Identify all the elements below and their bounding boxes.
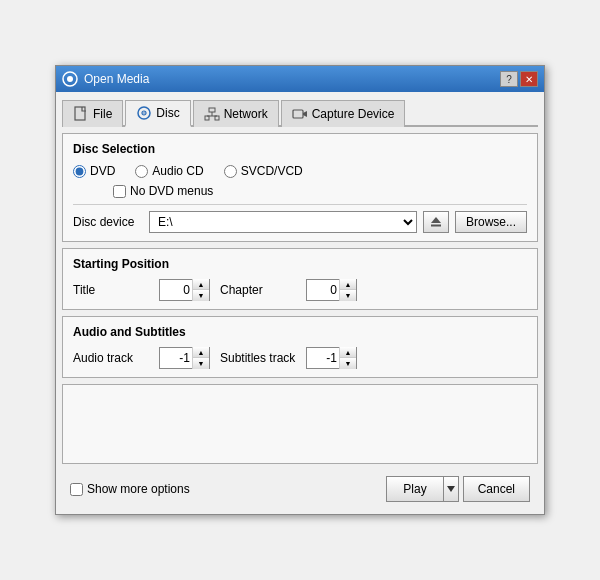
title-buttons: ? ✕	[500, 71, 538, 87]
chapter-spinner: ▲ ▼	[306, 279, 357, 301]
chapter-spinner-buttons: ▲ ▼	[339, 279, 356, 301]
disc-device-label: Disc device	[73, 215, 143, 229]
tab-network[interactable]: Network	[193, 100, 279, 127]
show-more-label: Show more options	[87, 482, 190, 496]
chapter-label: Chapter	[220, 283, 300, 297]
title-decrement-button[interactable]: ▼	[193, 290, 209, 301]
tab-file[interactable]: File	[62, 100, 123, 127]
subtitles-track-spinner-buttons: ▲ ▼	[339, 347, 356, 369]
title-spinner: ▲ ▼	[159, 279, 210, 301]
svg-marker-14	[431, 217, 441, 223]
starting-position-title: Starting Position	[73, 257, 527, 271]
play-button[interactable]: Play	[386, 476, 442, 502]
audio-subtitles-section: Audio and Subtitles Audio track ▲ ▼ Subt…	[62, 316, 538, 378]
disc-device-select[interactable]: E:\	[149, 211, 417, 233]
svg-marker-16	[447, 486, 455, 492]
title-bar-left: Open Media	[62, 71, 149, 87]
svcd-radio[interactable]	[224, 165, 237, 178]
svg-point-5	[144, 112, 146, 114]
eject-icon	[429, 215, 443, 229]
open-media-dialog: Open Media ? ✕ File Disc	[55, 65, 545, 515]
chapter-decrement-button[interactable]: ▼	[340, 290, 356, 301]
svg-point-1	[67, 76, 73, 82]
eject-button[interactable]	[423, 211, 449, 233]
no-dvd-menus-item[interactable]: No DVD menus	[113, 184, 527, 198]
title-increment-button[interactable]: ▲	[193, 279, 209, 290]
footer: Show more options Play Cancel	[62, 470, 538, 508]
section-separator	[73, 204, 527, 205]
chevron-down-icon	[447, 486, 455, 492]
title-field-group: Title ▲ ▼	[73, 279, 210, 301]
tab-capture[interactable]: Capture Device	[281, 100, 406, 127]
tab-capture-label: Capture Device	[312, 107, 395, 121]
tab-network-label: Network	[224, 107, 268, 121]
subtitles-track-spinner: ▲ ▼	[306, 347, 357, 369]
network-icon	[204, 106, 220, 122]
starting-position-row: Title ▲ ▼ Chapter ▲	[73, 279, 527, 301]
audio-track-label: Audio track	[73, 351, 153, 365]
dvd-label: DVD	[90, 164, 115, 178]
svg-rect-7	[205, 116, 209, 120]
no-dvd-menus-label: No DVD menus	[130, 184, 213, 198]
title-spinner-buttons: ▲ ▼	[192, 279, 209, 301]
svg-rect-15	[431, 225, 441, 227]
play-dropdown-button[interactable]	[443, 476, 459, 502]
subtitles-track-group: Subtitles track ▲ ▼	[220, 347, 357, 369]
tab-disc-label: Disc	[156, 106, 179, 120]
capture-icon	[292, 106, 308, 122]
disc-type-radio-group: DVD Audio CD SVCD/VCD	[73, 164, 527, 178]
tab-disc[interactable]: Disc	[125, 100, 190, 127]
audio-track-spinner: ▲ ▼	[159, 347, 210, 369]
device-row: Disc device E:\ Browse...	[73, 211, 527, 233]
title-label: Title	[73, 283, 153, 297]
audio-track-group: Audio track ▲ ▼	[73, 347, 210, 369]
dialog-icon	[62, 71, 78, 87]
chapter-input[interactable]	[307, 280, 339, 300]
audio-cd-label: Audio CD	[152, 164, 203, 178]
no-dvd-menus-checkbox[interactable]	[113, 185, 126, 198]
browse-button[interactable]: Browse...	[455, 211, 527, 233]
help-button[interactable]: ?	[500, 71, 518, 87]
disc-selection-title: Disc Selection	[73, 142, 527, 156]
svg-rect-6	[209, 108, 215, 112]
show-more-options[interactable]: Show more options	[70, 482, 190, 496]
audio-track-input[interactable]	[160, 348, 192, 368]
audio-track-increment-button[interactable]: ▲	[193, 347, 209, 358]
show-more-checkbox[interactable]	[70, 483, 83, 496]
audio-cd-radio[interactable]	[135, 165, 148, 178]
file-icon	[73, 106, 89, 122]
subtitles-track-increment-button[interactable]: ▲	[340, 347, 356, 358]
title-bar: Open Media ? ✕	[56, 66, 544, 92]
audio-subtitles-row: Audio track ▲ ▼ Subtitles track	[73, 347, 527, 369]
tab-file-label: File	[93, 107, 112, 121]
subtitles-track-label: Subtitles track	[220, 351, 300, 365]
audio-track-decrement-button[interactable]: ▼	[193, 358, 209, 369]
title-input[interactable]	[160, 280, 192, 300]
svcd-label: SVCD/VCD	[241, 164, 303, 178]
disc-icon	[136, 105, 152, 121]
close-button[interactable]: ✕	[520, 71, 538, 87]
chapter-increment-button[interactable]: ▲	[340, 279, 356, 290]
audio-subtitles-title: Audio and Subtitles	[73, 325, 527, 339]
audio-track-spinner-buttons: ▲ ▼	[192, 347, 209, 369]
svg-rect-2	[75, 107, 85, 120]
dvd-radio-item[interactable]: DVD	[73, 164, 115, 178]
audio-cd-radio-item[interactable]: Audio CD	[135, 164, 203, 178]
svg-rect-12	[293, 110, 303, 118]
spacer-section	[62, 384, 538, 464]
tab-bar: File Disc Network	[62, 98, 538, 127]
footer-buttons: Play Cancel	[386, 476, 530, 502]
subtitles-track-input[interactable]	[307, 348, 339, 368]
disc-selection-section: Disc Selection DVD Audio CD SVCD/VCD No …	[62, 133, 538, 242]
subtitles-track-decrement-button[interactable]: ▼	[340, 358, 356, 369]
play-button-wrap: Play	[386, 476, 458, 502]
svg-marker-13	[303, 111, 307, 117]
dialog-title: Open Media	[84, 72, 149, 86]
svcd-radio-item[interactable]: SVCD/VCD	[224, 164, 303, 178]
cancel-button[interactable]: Cancel	[463, 476, 530, 502]
starting-position-section: Starting Position Title ▲ ▼ Chapter	[62, 248, 538, 310]
svg-rect-8	[215, 116, 219, 120]
chapter-field-group: Chapter ▲ ▼	[220, 279, 357, 301]
dialog-content: File Disc Network	[56, 92, 544, 514]
dvd-radio[interactable]	[73, 165, 86, 178]
